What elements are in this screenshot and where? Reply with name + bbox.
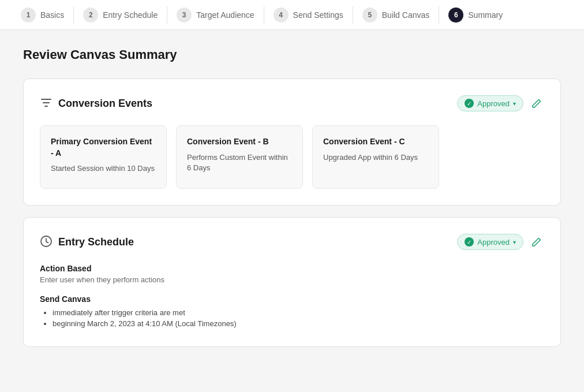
nav-step-build-canvas[interactable]: 5 Build Canvas bbox=[353, 0, 439, 29]
entry-schedule-approved-label: Approved bbox=[477, 238, 510, 247]
entry-schedule-title: Entry Schedule bbox=[58, 236, 134, 248]
step-circle-3: 3 bbox=[177, 8, 192, 23]
top-nav: 1 Basics 2 Entry Schedule 3 Target Audie… bbox=[0, 0, 584, 30]
entry-schedule-approved-badge[interactable]: ✓ Approved ▾ bbox=[457, 234, 523, 250]
event-card-c-desc: Upgraded App within 6 Days bbox=[323, 152, 428, 163]
step-circle-5: 5 bbox=[362, 8, 377, 23]
entry-schedule-header: Entry Schedule ✓ Approved ▾ bbox=[40, 234, 544, 250]
conversion-events-title: Conversion Events bbox=[58, 98, 152, 110]
nav-step-entry-schedule[interactable]: 2 Entry Schedule bbox=[74, 0, 167, 29]
approved-label: Approved bbox=[477, 99, 510, 108]
entry-schedule-check-icon: ✓ bbox=[465, 237, 474, 247]
nav-step-target-audience[interactable]: 3 Target Audience bbox=[167, 0, 263, 29]
conversion-events-approved-badge[interactable]: ✓ Approved ▾ bbox=[457, 95, 523, 111]
step-label-build-canvas: Build Canvas bbox=[382, 10, 430, 20]
entry-schedule-title-row: Entry Schedule bbox=[40, 235, 134, 249]
step-label-basics: Basics bbox=[40, 10, 64, 20]
bullet-immediately: immediately after trigger criteria are m… bbox=[53, 308, 544, 317]
step-label-entry-schedule: Entry Schedule bbox=[103, 10, 158, 20]
conversion-events-header: Conversion Events ✓ Approved ▾ bbox=[40, 95, 544, 111]
event-card-a-desc: Started Session within 10 Days bbox=[51, 163, 156, 174]
entry-schedule-card: Entry Schedule ✓ Approved ▾ Action Based… bbox=[23, 217, 561, 347]
conversion-events-actions: ✓ Approved ▾ bbox=[457, 95, 544, 111]
main-content: Review Canvas Summary Conversion Events … bbox=[0, 30, 584, 376]
event-card-c: Conversion Event - C Upgraded App within… bbox=[312, 125, 439, 189]
action-based-label: Action Based bbox=[40, 264, 544, 273]
event-card-a-title: Primary Conversion Event - A bbox=[51, 136, 156, 159]
conversion-events-title-row: Conversion Events bbox=[40, 96, 152, 111]
page-title: Review Canvas Summary bbox=[23, 47, 561, 62]
check-icon: ✓ bbox=[465, 99, 474, 108]
bullet-beginning: beginning March 2, 2023 at 4:10 AM (Loca… bbox=[53, 319, 544, 328]
filter-icon bbox=[40, 96, 53, 111]
event-card-b-title: Conversion Event - B bbox=[187, 136, 292, 148]
entry-schedule-edit-button[interactable] bbox=[529, 234, 544, 249]
event-cards-row: Primary Conversion Event - A Started Ses… bbox=[40, 125, 544, 189]
send-canvas-label: Send Canvas bbox=[40, 294, 544, 304]
step-circle-4: 4 bbox=[274, 8, 289, 23]
nav-step-send-settings[interactable]: 4 Send Settings bbox=[264, 0, 353, 29]
step-label-target-audience: Target Audience bbox=[196, 10, 254, 20]
conversion-events-edit-button[interactable] bbox=[529, 96, 544, 111]
entry-schedule-chevron-down-icon: ▾ bbox=[513, 239, 516, 245]
conversion-events-card: Conversion Events ✓ Approved ▾ Primary C… bbox=[23, 79, 561, 206]
step-label-summary: Summary bbox=[468, 10, 503, 20]
step-circle-6: 6 bbox=[448, 8, 463, 23]
step-circle-2: 2 bbox=[83, 8, 98, 23]
nav-step-basics[interactable]: 1 Basics bbox=[12, 0, 73, 29]
event-card-a: Primary Conversion Event - A Started Ses… bbox=[40, 125, 167, 189]
step-label-send-settings: Send Settings bbox=[293, 10, 343, 20]
event-card-c-title: Conversion Event - C bbox=[323, 136, 428, 148]
nav-step-summary[interactable]: 6 Summary bbox=[439, 0, 512, 29]
action-based-desc: Enter user when they perform actions bbox=[40, 275, 544, 284]
entry-schedule-actions: ✓ Approved ▾ bbox=[457, 234, 544, 250]
event-card-b-desc: Performs Custom Event within 6 Days bbox=[187, 152, 292, 173]
step-circle-1: 1 bbox=[21, 8, 36, 23]
chevron-down-icon: ▾ bbox=[513, 100, 516, 107]
clock-icon bbox=[40, 235, 53, 249]
event-card-b: Conversion Event - B Performs Custom Eve… bbox=[176, 125, 303, 189]
send-canvas-bullets: immediately after trigger criteria are m… bbox=[40, 308, 544, 328]
